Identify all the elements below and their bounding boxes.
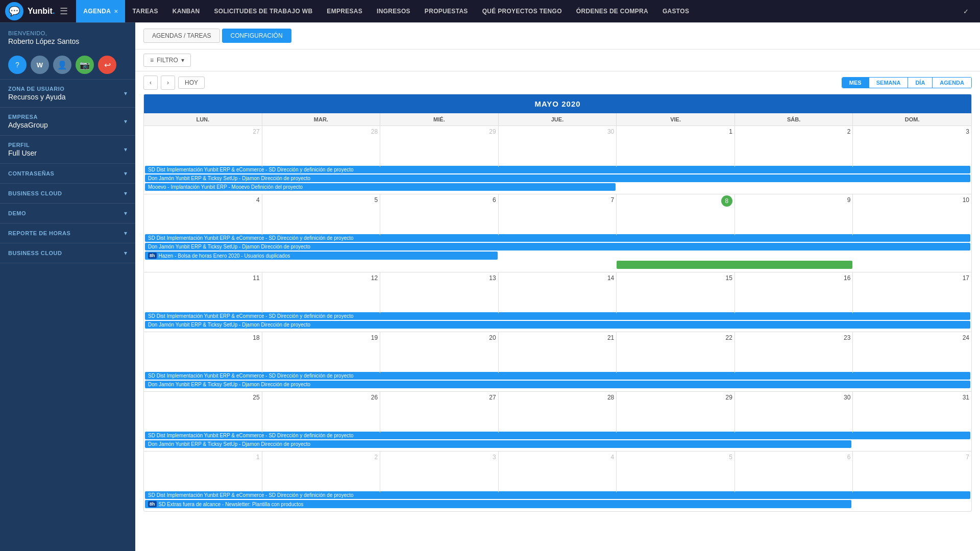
view-btn-semana[interactable]: SEMANA bbox=[869, 78, 909, 88]
logo[interactable]: 💬 Yunbit. bbox=[5, 2, 55, 20]
event-w1-1[interactable]: SD Dist Implementación Yunbit ERP & eCom… bbox=[145, 166, 970, 173]
nav-item-kanban[interactable]: KANBAN bbox=[165, 0, 207, 22]
cal-cell-may12[interactable]: 12 bbox=[262, 272, 381, 313]
cal-cell-may22[interactable]: 22 bbox=[617, 332, 735, 373]
cal-cell-jun4[interactable]: 4 bbox=[499, 452, 617, 492]
event-w5-2[interactable]: Don Jamón Yunbit ERP & Ticksy SetUp - Dj… bbox=[145, 440, 851, 448]
event-w6-1[interactable]: SD Dist Implementación Yunbit ERP & eCom… bbox=[145, 491, 970, 499]
camera-icon-btn[interactable]: 📷 bbox=[76, 56, 94, 74]
cal-cell-may1[interactable]: 1 bbox=[617, 126, 735, 167]
today-button[interactable]: HOY bbox=[178, 77, 205, 89]
cal-cell-may31[interactable]: 31 bbox=[853, 392, 971, 433]
sidebar-section-reporte[interactable]: REPORTE DE HORAS ▾ bbox=[0, 223, 135, 243]
cal-cell-may9[interactable]: 9 bbox=[735, 194, 853, 235]
cal-cell-may25[interactable]: 25 bbox=[144, 392, 262, 433]
cal-cell-apr29[interactable]: 29 bbox=[380, 126, 499, 167]
contrasenas-section-header[interactable]: CONTRASEÑAS ▾ bbox=[0, 164, 135, 183]
cal-cell-may4[interactable]: 4 bbox=[144, 194, 262, 235]
cal-cell-may2[interactable]: 2 bbox=[735, 126, 853, 167]
cal-cell-may21[interactable]: 21 bbox=[499, 332, 617, 373]
sidebar-section-perfil[interactable]: PERFIL Full User ▾ bbox=[0, 136, 135, 164]
cal-cell-apr27[interactable]: 27 bbox=[144, 126, 262, 167]
cal-cell-jun1[interactable]: 1 bbox=[144, 452, 262, 492]
cal-cell-may19[interactable]: 19 bbox=[262, 332, 381, 373]
nav-item-agenda[interactable]: AGENDA ✕ bbox=[76, 0, 125, 22]
cal-cell-may30[interactable]: 30 bbox=[735, 392, 853, 433]
cal-cell-jun2[interactable]: 2 bbox=[262, 452, 381, 492]
sidebar-section-demo[interactable]: DEMO ▾ bbox=[0, 204, 135, 223]
zona-section-header[interactable]: ZONA DE USUARIO Recursos y Ayuda ▾ bbox=[0, 80, 135, 107]
sidebar-section-business-cloud-1[interactable]: BUSINESS CLOUD ▾ bbox=[0, 184, 135, 204]
nav-item-propuestas[interactable]: PROPUESTAS bbox=[418, 0, 475, 22]
sidebar-section-contrasenas[interactable]: CONTRASEÑAS ▾ bbox=[0, 164, 135, 184]
prev-month-button[interactable]: ‹ bbox=[143, 76, 158, 90]
cal-cell-may18[interactable]: 18 bbox=[144, 332, 262, 373]
business-cloud-2-header[interactable]: BUSINESS CLOUD ▾ bbox=[0, 243, 135, 263]
cal-cell-jun6[interactable]: 6 bbox=[735, 452, 853, 492]
event-w4-2[interactable]: Don Jamón Yunbit ERP & Ticksy SetUp - Dj… bbox=[145, 381, 970, 388]
event-w3-2[interactable]: Don Jamón Yunbit ERP & Ticksy SetUp - Dj… bbox=[145, 321, 970, 329]
cal-cell-may10[interactable]: 10 bbox=[853, 194, 971, 235]
event-w2-3[interactable]: 8h Hazen - Bolsa de horas Enero 2020 - U… bbox=[145, 252, 498, 260]
nav-item-proyectos[interactable]: QUÉ PROYECTOS TENGO bbox=[475, 0, 569, 22]
cal-cell-may17[interactable]: 17 bbox=[853, 272, 971, 313]
nav-item-ingresos[interactable]: INGRESOS bbox=[370, 0, 418, 22]
demo-section-header[interactable]: DEMO ▾ bbox=[0, 204, 135, 223]
filter-button[interactable]: ≡ FILTRO ▾ bbox=[143, 54, 191, 67]
next-month-button[interactable]: › bbox=[161, 76, 175, 90]
view-btn-dia[interactable]: DÍA bbox=[908, 78, 933, 88]
back-icon-btn[interactable]: ↩ bbox=[98, 56, 116, 74]
cal-cell-may7[interactable]: 7 bbox=[499, 194, 617, 235]
tab-agendas-tareas[interactable]: AGENDAS / TAREAS bbox=[143, 29, 220, 43]
sidebar-section-zona[interactable]: ZONA DE USUARIO Recursos y Ayuda ▾ bbox=[0, 80, 135, 108]
nav-item-empresas[interactable]: EMPRESAS bbox=[320, 0, 370, 22]
sidebar-section-business-cloud-2[interactable]: BUSINESS CLOUD ▾ bbox=[0, 243, 135, 263]
empresa-section-header[interactable]: EMPRESA AdysaGroup ▾ bbox=[0, 108, 135, 135]
profile-icon-btn[interactable]: 👤 bbox=[53, 56, 71, 74]
tab-configuracion[interactable]: CONFIGURACIÓN bbox=[222, 29, 291, 43]
view-btn-mes[interactable]: MES bbox=[842, 78, 869, 88]
cal-cell-may26[interactable]: 26 bbox=[262, 392, 381, 433]
event-w5-1[interactable]: SD Dist Implementación Yunbit ERP & eCom… bbox=[145, 432, 970, 439]
cal-cell-apr28[interactable]: 28 bbox=[262, 126, 381, 167]
nav-item-solicitudes[interactable]: SOLICITUDES DE TRABAJO WB bbox=[207, 0, 320, 22]
event-w1-3[interactable]: Mooevo - Implantación Yunbit ERP - Mooev… bbox=[145, 183, 616, 191]
event-w4-1[interactable]: SD Dist Implementación Yunbit ERP & eCom… bbox=[145, 372, 970, 380]
cal-cell-may24[interactable]: 24 bbox=[853, 332, 971, 373]
close-agenda-icon[interactable]: ✕ bbox=[114, 9, 118, 14]
business-cloud-1-header[interactable]: BUSINESS CLOUD ▾ bbox=[0, 184, 135, 203]
help-icon-btn[interactable]: ? bbox=[8, 56, 27, 74]
cal-cell-may15[interactable]: 15 bbox=[617, 272, 735, 313]
cal-cell-may11[interactable]: 11 bbox=[144, 272, 262, 313]
hamburger-menu[interactable]: ☰ bbox=[60, 6, 68, 17]
cal-cell-may16[interactable]: 16 bbox=[735, 272, 853, 313]
event-w3-1[interactable]: SD Dist Implementación Yunbit ERP & eCom… bbox=[145, 312, 970, 320]
cal-cell-may20[interactable]: 20 bbox=[380, 332, 499, 373]
event-w2-2[interactable]: Don Jamón Yunbit ERP & Ticksy SetUp - Dj… bbox=[145, 243, 970, 251]
cal-cell-may5[interactable]: 5 bbox=[262, 194, 381, 235]
perfil-section-header[interactable]: PERFIL Full User ▾ bbox=[0, 136, 135, 163]
event-w2-1[interactable]: SD Dist Implementación Yunbit ERP & eCom… bbox=[145, 234, 970, 242]
cal-cell-apr30[interactable]: 30 bbox=[499, 126, 617, 167]
cal-cell-jun7[interactable]: 7 bbox=[853, 452, 971, 492]
reporte-section-header[interactable]: REPORTE DE HORAS ▾ bbox=[0, 223, 135, 243]
event-w1-2[interactable]: Don Jamón Yunbit ERP & Ticksy SetUp - Dj… bbox=[145, 174, 970, 182]
cal-cell-may29[interactable]: 29 bbox=[617, 392, 735, 433]
nav-item-ordenes[interactable]: ÓRDENES DE COMPRA bbox=[569, 0, 655, 22]
cal-cell-may14[interactable]: 14 bbox=[499, 272, 617, 313]
cal-cell-jun5[interactable]: 5 bbox=[617, 452, 735, 492]
cal-cell-may8[interactable]: 8 bbox=[617, 194, 735, 235]
cal-cell-may23[interactable]: 23 bbox=[735, 332, 853, 373]
nav-item-gastos[interactable]: GASTOS bbox=[655, 0, 696, 22]
nav-item-tareas[interactable]: TAREAS bbox=[125, 0, 165, 22]
cal-cell-jun3[interactable]: 3 bbox=[380, 452, 499, 492]
cal-cell-may13[interactable]: 13 bbox=[380, 272, 499, 313]
cal-cell-may28[interactable]: 28 bbox=[499, 392, 617, 433]
sidebar-section-empresa[interactable]: EMPRESA AdysaGroup ▾ bbox=[0, 108, 135, 136]
event-w6-2[interactable]: 8h SD Extras fuera de alcance - Newslett… bbox=[145, 500, 851, 508]
cal-cell-may3[interactable]: 3 bbox=[853, 126, 971, 167]
view-btn-agenda[interactable]: AGENDA bbox=[933, 78, 971, 88]
cal-cell-may27[interactable]: 27 bbox=[380, 392, 499, 433]
settings-icon[interactable]: ✓ bbox=[957, 2, 975, 20]
wiki-icon-btn[interactable]: W bbox=[31, 56, 49, 74]
